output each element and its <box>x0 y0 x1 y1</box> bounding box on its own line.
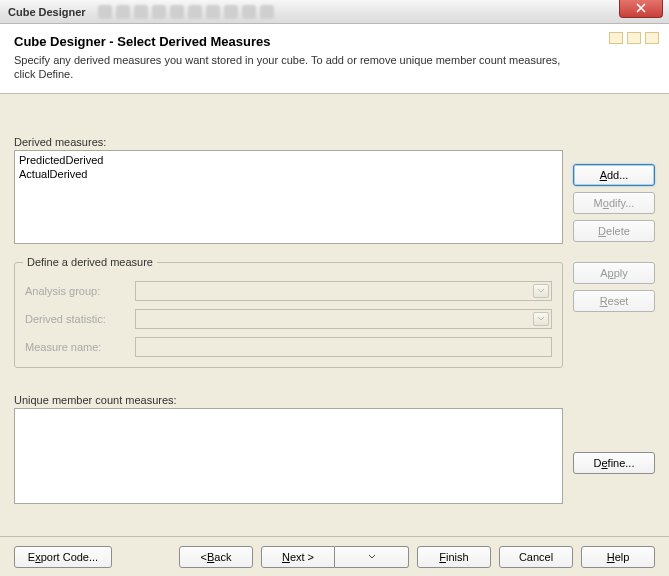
list-item[interactable]: ActualDerived <box>19 167 558 181</box>
measure-name-input <box>135 337 552 357</box>
export-code-button[interactable]: Export Code...Export Code... <box>14 546 112 568</box>
analysis-group-combo <box>135 281 552 301</box>
define-derived-groupbox: Define a derived measure Analysis group:… <box>14 262 563 368</box>
apply-button: ApplyApply <box>573 262 655 284</box>
toolbar-blurred <box>98 5 274 19</box>
chevron-down-icon <box>533 284 549 298</box>
derived-measures-list[interactable]: PredictedDerived ActualDerived <box>14 150 563 244</box>
analysis-group-label: Analysis group: <box>25 285 135 297</box>
chevron-down-icon <box>368 554 376 560</box>
reset-button: ResetReset <box>573 290 655 312</box>
cancel-button[interactable]: Cancel <box>499 546 573 568</box>
derived-statistic-combo <box>135 309 552 329</box>
derived-statistic-label: Derived statistic: <box>25 313 135 325</box>
umc-list[interactable] <box>14 408 563 504</box>
close-button[interactable] <box>619 0 663 18</box>
next-button[interactable]: Next >Next > <box>261 546 335 568</box>
groupbox-legend: Define a derived measure <box>23 256 157 268</box>
add-button[interactable]: AAdd...dd... <box>573 164 655 186</box>
delete-button: DeleteDelete <box>573 220 655 242</box>
modify-button: Modify...Modify... <box>573 192 655 214</box>
close-icon <box>636 3 646 13</box>
help-button[interactable]: HelpHelp <box>581 546 655 568</box>
back-button[interactable]: < Back< Back <box>179 546 253 568</box>
page-title: Cube Designer - Select Derived Measures <box>14 34 655 49</box>
next-dropdown-button[interactable] <box>335 546 409 568</box>
finish-button[interactable]: FinishFinish <box>417 546 491 568</box>
content-area: Derived measures: PredictedDerived Actua… <box>0 94 669 514</box>
page-description: Specify any derived measures you want st… <box>14 53 574 81</box>
window-title: Cube Designer <box>8 6 86 18</box>
umc-label: Unique member count measures: <box>14 394 655 406</box>
list-item[interactable]: PredictedDerived <box>19 153 558 167</box>
define-button[interactable]: Define...Define... <box>573 452 655 474</box>
chevron-down-icon <box>533 312 549 326</box>
derived-measures-label: Derived measures: <box>14 136 655 148</box>
wizard-footer: Export Code...Export Code... < Back< Bac… <box>0 536 669 576</box>
titlebar: Cube Designer <box>0 0 669 24</box>
header-decor-icons <box>609 32 659 44</box>
measure-name-label: Measure name: <box>25 341 135 353</box>
wizard-header: Cube Designer - Select Derived Measures … <box>0 24 669 94</box>
